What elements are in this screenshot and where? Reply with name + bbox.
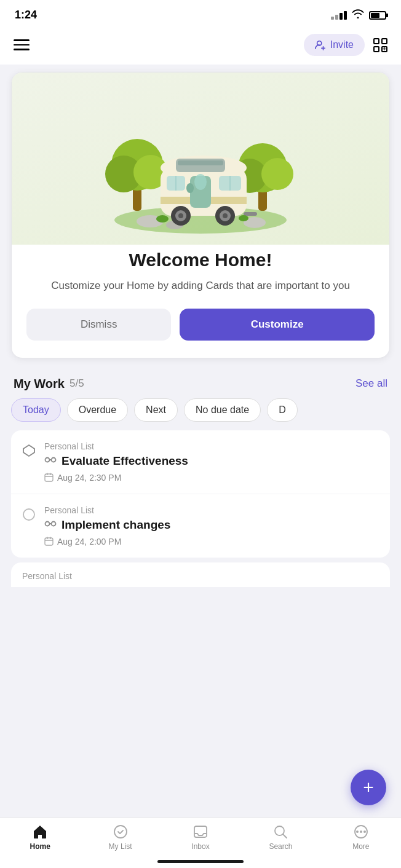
grid-cell [381,38,387,44]
status-time: 1:24 [15,9,37,22]
nav-more-label: More [352,842,369,851]
svg-rect-46 [45,538,53,545]
task-content: Personal List Evaluate Effectiveness [44,441,379,483]
customize-button[interactable]: Customize [180,309,375,341]
welcome-card: Welcome Home! Customize your Home by add… [11,72,390,358]
task-status-icon [22,508,36,521]
svg-rect-16 [178,160,223,165]
svg-point-52 [275,826,284,835]
nav-search-label: Search [269,842,292,851]
svg-point-55 [360,831,362,833]
home-icon [32,824,48,840]
svg-point-42 [23,509,34,520]
my-work-section-header: My Work 5/5 See all [0,366,401,398]
filter-tab-overdue[interactable]: Overdue [67,398,128,422]
search-icon [272,824,288,840]
camper-illustration [96,79,305,239]
task-title-row: Evaluate Effectiveness [44,454,379,469]
menu-icon [14,39,30,41]
status-icons [331,9,386,22]
svg-point-32 [156,215,169,223]
inbox-icon [193,824,208,840]
task-date: Aug 24, 2:30 PM [44,473,379,483]
nav-home[interactable]: Home [0,824,80,851]
partial-task-item[interactable]: Personal List [11,562,390,587]
svg-point-50 [114,826,127,838]
see-all-button[interactable]: See all [355,377,387,390]
my-list-icon [113,824,129,840]
dependency-icon [44,454,57,469]
dependency-icon [44,518,57,533]
filter-tab-no-due-date[interactable]: No due date [184,398,261,422]
filter-tabs: Today Overdue Next No due date D [0,398,401,430]
signal-icon [331,11,347,20]
header: Invite + [0,25,401,65]
svg-rect-38 [45,474,53,481]
wifi-icon [352,9,364,22]
section-title: My Work [14,377,65,391]
svg-line-53 [284,835,287,838]
nav-inbox[interactable]: Inbox [161,824,240,851]
partial-task-label: Personal List [22,571,379,581]
grid-cell [373,38,379,44]
person-add-icon [315,39,326,50]
battery-icon [369,11,386,20]
svg-point-33 [239,215,248,221]
svg-point-12 [261,158,293,190]
svg-point-30 [223,213,228,218]
nav-my-list-label: My List [109,842,132,851]
menu-icon [14,44,30,46]
svg-point-54 [356,831,359,833]
nav-more[interactable]: More [321,824,401,851]
task-date: Aug 24, 2:00 PM [44,537,379,546]
task-title: Implement changes [62,518,170,532]
menu-button[interactable] [14,39,30,50]
filter-tab-today[interactable]: Today [11,398,61,422]
task-list: Personal List Evaluate Effectiveness [11,430,390,558]
more-icon [353,824,369,840]
svg-point-56 [363,831,366,833]
welcome-title: Welcome Home! [29,250,372,270]
section-title-wrap: My Work 5/5 [14,377,84,391]
dismiss-button[interactable]: Dismiss [26,309,171,341]
svg-point-27 [178,213,183,218]
task-title: Evaluate Effectiveness [62,454,188,468]
status-bar: 1:24 [0,0,401,25]
svg-rect-31 [244,212,257,216]
grid-plus-cell: + [381,46,387,52]
add-widget-button[interactable]: + [373,38,387,52]
calendar-icon [44,537,54,546]
home-indicator [157,860,244,863]
task-item[interactable]: Personal List Evaluate Effectiveness [11,430,390,494]
welcome-image [12,73,389,245]
invite-button[interactable]: Invite [304,34,365,56]
filter-tab-next[interactable]: Next [134,398,178,422]
task-list-label: Personal List [44,441,379,451]
grid-cell [373,46,379,52]
calendar-icon [44,473,54,482]
nav-home-label: Home [30,842,50,851]
svg-marker-34 [23,445,34,456]
menu-icon [14,49,30,50]
nav-inbox-label: Inbox [191,842,209,851]
nav-my-list[interactable]: My List [80,824,160,851]
task-item[interactable]: Personal List Implement changes [11,494,390,558]
task-status-icon [22,444,36,457]
svg-point-35 [46,457,50,462]
welcome-actions: Dismiss Customize [12,309,389,341]
task-list-label: Personal List [44,505,379,515]
welcome-subtitle: Customize your Home by adding Cards that… [29,278,372,294]
section-count: 5/5 [69,377,84,390]
nav-search[interactable]: Search [240,824,320,851]
svg-point-20 [194,174,207,190]
add-task-fab[interactable]: + [351,770,386,805]
svg-point-43 [46,521,50,526]
plus-icon: + [363,778,374,797]
task-title-row: Implement changes [44,518,379,533]
svg-point-19 [186,183,194,193]
welcome-text-area: Welcome Home! Customize your Home by add… [12,250,389,294]
svg-point-36 [52,457,56,462]
header-right: Invite + [304,34,387,56]
svg-point-44 [52,521,56,526]
filter-tab-done[interactable]: D [267,398,298,422]
